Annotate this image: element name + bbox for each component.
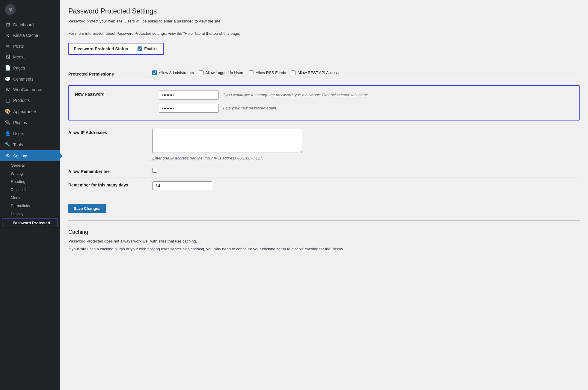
sidebar-item-label: Kinsta Cache xyxy=(13,33,38,38)
tools-icon: 🔧 xyxy=(5,142,11,147)
products-icon: ◫ xyxy=(5,97,11,103)
password-hint-1: If you would like to change the password… xyxy=(222,93,369,97)
sidebar-item-label: Appearance xyxy=(13,109,36,114)
page-description-line2: For more information about Password Prot… xyxy=(68,31,580,37)
allow-logged-in-label[interactable]: Allow Logged In Users xyxy=(199,70,244,75)
status-checkbox-text: Enabled xyxy=(144,46,159,51)
new-password-section: New Password If you would like to change… xyxy=(68,85,580,121)
sidebar-sub-password-protected[interactable]: Password Protected xyxy=(2,219,58,227)
status-checkbox[interactable] xyxy=(138,46,142,51)
sidebar-sub-reading[interactable]: Reading xyxy=(0,177,60,186)
allow-admins-label[interactable]: Allow Administrators xyxy=(152,70,194,75)
sidebar-sub-privacy[interactable]: Privacy xyxy=(0,210,60,218)
ip-textarea[interactable] xyxy=(152,129,302,153)
allow-ip-content: Enter one IP address per line. Your IP i… xyxy=(152,129,580,160)
caching-line2: If your site uses a caching plugin or yo… xyxy=(68,246,580,252)
password-hint-2: Type your new password again. xyxy=(222,106,277,110)
password-row-1: If you would like to change the password… xyxy=(159,91,369,100)
allow-ip-label: Allow IP Addresses xyxy=(68,129,152,135)
permissions-content: Allow Administrators Allow Logged In Use… xyxy=(152,70,580,75)
sidebar-item-label: Posts xyxy=(13,44,24,49)
sidebar-logo: ⊕ xyxy=(0,0,60,19)
sidebar-item-comments[interactable]: 💬 Comments xyxy=(0,73,60,85)
posts-icon: ✏ xyxy=(5,43,11,49)
media-icon: 🖼 xyxy=(5,54,11,60)
woo-icon: W xyxy=(5,88,11,92)
remember-me-checkbox[interactable] xyxy=(152,168,157,173)
pages-icon: 📄 xyxy=(5,65,11,71)
status-highlight-block: Password Protected Status Enabled xyxy=(68,43,164,55)
remember-me-content xyxy=(152,168,580,173)
sidebar-item-kinsta-cache[interactable]: K Kinsta Cache xyxy=(0,30,60,40)
remember-me-label: Allow Remember me xyxy=(68,168,152,174)
page-title: Password Protected Settings xyxy=(68,7,580,15)
main-content: Password Protected Settings Password pro… xyxy=(60,0,588,390)
sidebar-item-products[interactable]: ◫ Products xyxy=(0,95,60,106)
allow-logged-in-checkbox[interactable] xyxy=(199,70,203,75)
remember-days-input[interactable] xyxy=(152,181,212,190)
status-checkbox-label[interactable]: Enabled xyxy=(138,46,159,51)
password-input-2[interactable] xyxy=(159,104,219,113)
status-label: Password Protected Status xyxy=(74,46,128,51)
ip-hint: Enter one IP address per line. Your IP i… xyxy=(152,156,263,160)
allow-rest-api-label[interactable]: Allow REST API Access xyxy=(291,70,339,75)
allow-ip-row: Allow IP Addresses Enter one IP address … xyxy=(68,125,580,164)
sidebar-item-users[interactable]: 👤 Users xyxy=(0,128,60,139)
sidebar-item-media[interactable]: 🖼 Media xyxy=(0,52,60,62)
password-row-2: Type your new password again. xyxy=(159,104,277,113)
caching-heading: Caching xyxy=(68,229,580,235)
allow-admins-checkbox[interactable] xyxy=(152,70,157,75)
caching-section: Caching Password Protected does not alwa… xyxy=(68,229,580,253)
sidebar-item-posts[interactable]: ✏ Posts xyxy=(0,40,60,52)
section-divider xyxy=(68,220,580,221)
sidebar-item-pages[interactable]: 📄 Pages xyxy=(0,62,60,73)
remember-me-checkbox-label[interactable] xyxy=(152,168,157,173)
sidebar-sub-writing[interactable]: Writing xyxy=(0,169,60,177)
sidebar-item-label: Plugins xyxy=(13,120,27,125)
new-password-content: If you would like to change the password… xyxy=(159,91,573,115)
sidebar-item-dashboard[interactable]: ⊞ Dashboard xyxy=(0,19,60,30)
new-password-label: New Password xyxy=(75,91,159,97)
sidebar-item-appearance[interactable]: 🎨 Appearance xyxy=(0,106,60,117)
sidebar-sub-general[interactable]: General xyxy=(0,161,60,169)
sidebar-item-tools[interactable]: 🔧 Tools xyxy=(0,139,60,150)
sidebar-item-label: Pages xyxy=(13,66,25,70)
wp-logo-icon: ⊕ xyxy=(5,4,16,15)
sidebar-sub-discussion[interactable]: Discussion xyxy=(0,186,60,194)
settings-submenu: General Writing Reading Discussion Media… xyxy=(0,161,60,228)
allow-admins-text: Allow Administrators xyxy=(159,70,194,75)
sidebar-item-woocommerce[interactable]: W WooCommerce xyxy=(0,85,60,95)
sidebar-item-label: Tools xyxy=(13,142,23,147)
sidebar: ⊕ ⊞ Dashboard K Kinsta Cache ✏ Posts 🖼 M… xyxy=(0,0,60,390)
sidebar-item-label: Comments xyxy=(13,77,34,82)
page-description-line1: Password protect your web site. Users wi… xyxy=(68,18,580,25)
remember-days-content xyxy=(152,181,580,190)
allow-rest-api-text: Allow REST API Access xyxy=(297,70,339,75)
remember-days-row: Remember for this many days xyxy=(68,178,580,194)
permissions-label: Protected Permissions xyxy=(68,70,152,76)
status-section: Password Protected Status Enabled xyxy=(68,43,580,61)
settings-icon: ⚙ xyxy=(5,153,11,159)
appearance-icon: 🎨 xyxy=(5,109,11,114)
kinsta-icon: K xyxy=(5,33,11,38)
sidebar-sub-media[interactable]: Media xyxy=(0,194,60,202)
password-input-1[interactable] xyxy=(159,91,219,100)
sidebar-item-label: Settings xyxy=(13,153,28,158)
allow-rss-checkbox[interactable] xyxy=(249,70,254,75)
sidebar-sub-permalinks[interactable]: Permalinks xyxy=(0,202,60,210)
save-section: Save Changes xyxy=(68,199,580,216)
allow-rss-text: Allow RSS Feeds xyxy=(256,70,286,75)
allow-rest-api-checkbox[interactable] xyxy=(291,70,295,75)
sidebar-item-label: Products xyxy=(13,98,30,103)
sidebar-item-label: Dashboard xyxy=(13,22,34,27)
remember-days-label: Remember for this many days xyxy=(68,181,152,187)
sidebar-item-settings[interactable]: ⚙ Settings xyxy=(0,150,60,161)
users-icon: 👤 xyxy=(5,131,11,136)
new-password-row: New Password If you would like to change… xyxy=(75,91,573,115)
allow-rss-label[interactable]: Allow RSS Feeds xyxy=(249,70,286,75)
allow-logged-in-text: Allow Logged In Users xyxy=(205,70,244,75)
sidebar-item-label: Users xyxy=(13,131,24,136)
remember-me-row: Allow Remember me xyxy=(68,164,580,178)
sidebar-item-plugins[interactable]: 🔌 Plugins xyxy=(0,117,60,128)
save-changes-button[interactable]: Save Changes xyxy=(68,204,106,213)
